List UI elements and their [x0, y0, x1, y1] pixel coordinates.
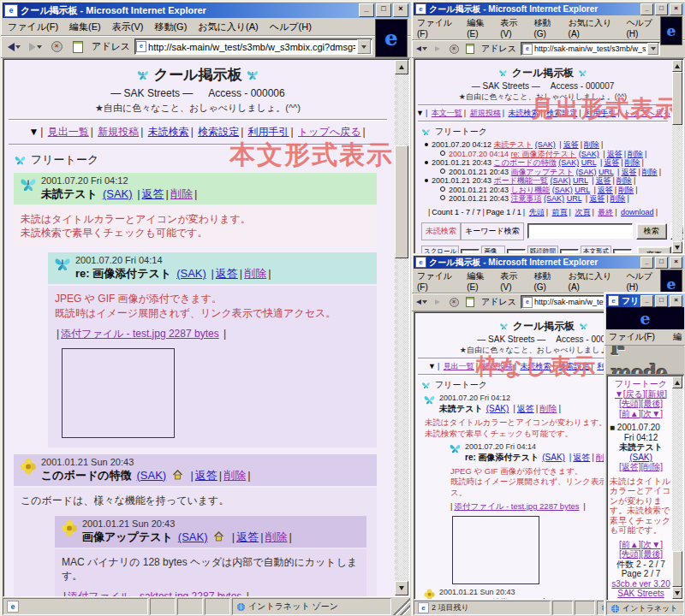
maximize-button[interactable]: □: [655, 257, 668, 269]
author-link[interactable]: (SAK): [544, 194, 564, 203]
post-title-link[interactable]: 画像アップテスト: [511, 168, 574, 176]
search-button[interactable]: 検索: [636, 223, 667, 240]
scroll-up-button[interactable]: [672, 376, 682, 388]
scroll-up-button[interactable]: [672, 60, 682, 72]
imode-nav-top[interactable]: ▼[戻る][新規]: [610, 599, 672, 601]
author-link[interactable]: (SAK): [176, 267, 206, 280]
scrollbar-thumb[interactable]: [672, 72, 682, 125]
address-input[interactable]: [534, 44, 646, 53]
nav-new-post[interactable]: 新規投稿: [470, 109, 501, 117]
nav-search-settings[interactable]: 検索設定: [198, 126, 239, 138]
nav-body-list[interactable]: 本文一覧: [432, 109, 462, 117]
titlebar[interactable]: e クール掲示板 - Microsoft Internet Explorer _…: [414, 3, 684, 15]
url-link[interactable]: URL: [567, 194, 582, 203]
delete-link[interactable]: 削除: [581, 598, 599, 600]
reply-link[interactable]: 返答: [558, 598, 575, 600]
forward-button[interactable]: [431, 44, 444, 55]
imode-nav-top[interactable]: ▼[戻る][新規]: [610, 389, 672, 400]
back-button[interactable]: [4, 39, 23, 55]
reply-link[interactable]: 返答: [598, 186, 613, 194]
menu-favorites[interactable]: お気に入り(A): [569, 17, 620, 38]
pager-download[interactable]: download: [621, 208, 654, 216]
author-link[interactable]: (SAK): [552, 186, 573, 194]
imode-nav-ends[interactable]: [先頭][最後]: [610, 549, 672, 560]
author-link[interactable]: (SAK): [551, 176, 571, 185]
pager-last[interactable]: 最終: [598, 208, 613, 216]
attached-image-preview[interactable]: [62, 348, 175, 438]
post-title-link[interactable]: ボード機能一覧: [494, 176, 548, 185]
scroll-up-button[interactable]: [395, 60, 408, 74]
author-link[interactable]: (SAK): [512, 598, 535, 600]
scroll-down-button[interactable]: [395, 581, 408, 595]
reply-link[interactable]: 返答: [604, 158, 619, 167]
imode-nav-prev-next[interactable]: [前▲][次▼]: [610, 540, 672, 550]
menu-go[interactable]: 移動(G): [533, 270, 561, 292]
menu-help[interactable]: ヘルプ(H): [270, 21, 312, 33]
sak-streets-link[interactable]: SAK Streets: [617, 589, 664, 598]
address-input[interactable]: [148, 42, 355, 52]
url-link[interactable]: URL: [573, 176, 588, 185]
titlebar[interactable]: e クール掲示板 - Microsoft Internet Explorer _…: [3, 3, 410, 18]
maximize-button[interactable]: □: [376, 3, 391, 17]
nav-heading-list[interactable]: 見出一覧: [444, 362, 474, 370]
back-button[interactable]: [414, 297, 428, 308]
refresh-button[interactable]: [463, 297, 477, 308]
delete-link[interactable]: 削除: [223, 469, 246, 482]
attachment-link[interactable]: 添付ファイル - test.jpg 2287 bytes: [61, 328, 219, 340]
attachment-link[interactable]: 添付ファイル - test.jpg 2287 bytes: [454, 501, 579, 511]
delete-link[interactable]: 削除: [539, 404, 557, 413]
author-link[interactable]: (SAK): [178, 530, 208, 543]
author-link[interactable]: (SAK): [103, 187, 133, 200]
anchor-down-icon[interactable]: ▼: [428, 362, 436, 370]
menu-view[interactable]: 表示(V): [500, 270, 527, 292]
delete-link[interactable]: 削除: [642, 168, 658, 176]
close-button[interactable]: ×: [670, 295, 682, 307]
keyword-input[interactable]: [527, 223, 633, 239]
menu-help[interactable]: ヘルプ(H): [626, 270, 662, 292]
home-icon[interactable]: [213, 531, 224, 542]
reply-link[interactable]: 返答: [589, 194, 605, 203]
reply-link[interactable]: 返答: [607, 150, 622, 158]
refresh-button[interactable]: [463, 44, 477, 55]
nav-heading-list[interactable]: 見出一覧: [48, 126, 89, 138]
menu-edit[interactable]: 編: [673, 331, 682, 343]
url-link[interactable]: URL: [599, 168, 614, 176]
reply-link[interactable]: 返答: [573, 453, 590, 462]
home-icon[interactable]: [172, 470, 183, 480]
nav-unread-search[interactable]: 未読検索: [148, 126, 189, 138]
address-dropdown-button[interactable]: [357, 39, 371, 54]
stop-button[interactable]: ×: [47, 39, 66, 55]
delete-link[interactable]: 削除: [628, 150, 643, 158]
nav-new-post[interactable]: 新規投稿: [98, 126, 139, 138]
minimize-button[interactable]: _: [640, 257, 653, 269]
reply-link[interactable]: 返答: [216, 267, 238, 280]
anchor-down-icon[interactable]: ▼: [28, 126, 39, 138]
vertical-scrollbar[interactable]: [395, 60, 408, 595]
vertical-scrollbar[interactable]: [672, 60, 682, 253]
menu-edit[interactable]: 編集(E): [467, 17, 493, 38]
author-link[interactable]: (SAK): [535, 140, 556, 149]
delete-link[interactable]: 削除: [625, 158, 640, 167]
post-title-link[interactable]: このボードの特徴: [494, 158, 557, 167]
minimize-button[interactable]: _: [359, 3, 374, 17]
imode-nav-ends[interactable]: [先頭][最後]: [610, 399, 672, 409]
menu-file[interactable]: ファイル(F): [609, 331, 655, 343]
menu-go[interactable]: 移動(G): [533, 17, 561, 38]
delete-link[interactable]: 削除: [265, 530, 288, 543]
address-dropdown-button[interactable]: [647, 43, 658, 55]
menu-favorites[interactable]: お気に入り(A): [198, 21, 258, 33]
resize-grip[interactable]: [393, 598, 410, 615]
delete-link[interactable]: 削除: [616, 176, 632, 185]
refresh-button[interactable]: [68, 39, 87, 55]
author-link[interactable]: (SAK): [137, 469, 167, 482]
delete-link[interactable]: 削除: [611, 194, 626, 203]
imode-nav-prev-next[interactable]: [前▲][次▼]: [610, 409, 672, 419]
author-link[interactable]: (SAK): [558, 158, 579, 167]
reply-link[interactable]: 返答: [596, 176, 611, 185]
author-link[interactable]: (SAK): [629, 453, 652, 462]
delete-link[interactable]: 削除: [170, 187, 193, 200]
titlebar[interactable]: e クール掲示板 - Microsoft Internet Explorer _…: [414, 256, 684, 269]
home-icon[interactable]: [539, 598, 549, 600]
nav-back-to-top[interactable]: トップへ戻る: [298, 126, 360, 138]
url-link[interactable]: URL: [581, 158, 597, 167]
